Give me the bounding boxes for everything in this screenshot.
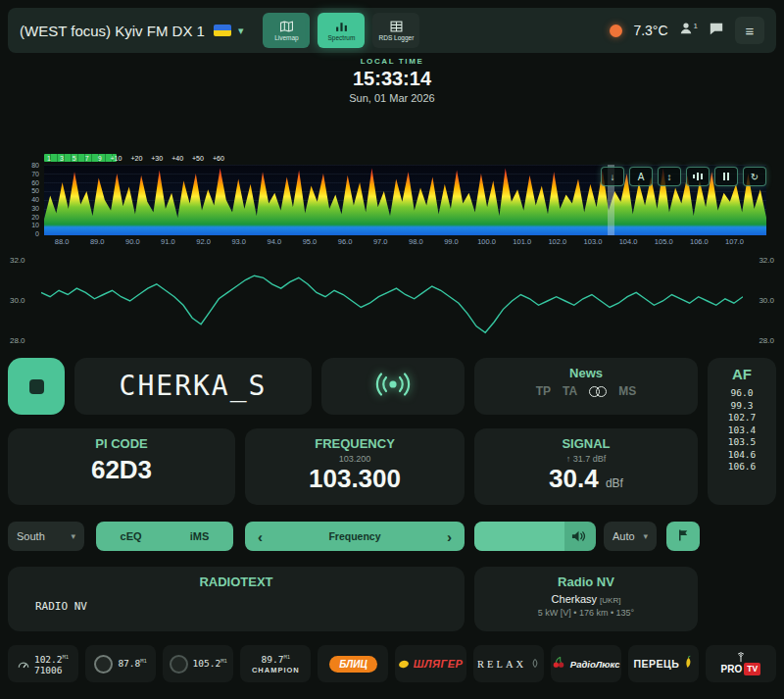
y-tick: 30 <box>10 205 39 212</box>
volume-slider[interactable] <box>474 522 596 551</box>
listeners-indicator[interactable]: 1 <box>679 22 698 39</box>
broadcast-icon <box>372 372 414 401</box>
af-label: AF <box>708 366 776 382</box>
y-tick: 60 <box>10 179 39 186</box>
af-list: 96.099.3102.7103.4103.5104.6106.6 <box>708 387 776 474</box>
chevron-down-icon: ▾ <box>71 531 75 541</box>
pi-code-value: 62D3 <box>8 455 235 485</box>
x-tick: 91.0 <box>157 237 178 246</box>
nav-spectrum-button[interactable]: Spectrum <box>318 13 365 48</box>
tp-flag: TP <box>536 384 551 398</box>
signal-value-row: 30.4 dBf <box>474 464 698 494</box>
af-item[interactable]: 104.6 <box>708 449 776 462</box>
refresh-button[interactable]: ↻ <box>743 167 766 186</box>
stereo-icon <box>589 386 607 397</box>
audio-stream-button[interactable] <box>321 358 465 415</box>
af-item[interactable]: 96.0 <box>708 387 776 400</box>
local-time-label: LOCAL TIME <box>0 57 784 66</box>
spectrum-icon <box>335 21 348 32</box>
preset-button-1[interactable]: 102.2M1 71006 <box>8 645 78 682</box>
pty-flags-panel: News TP TA MS <box>474 358 698 415</box>
preset-button-5[interactable]: БЛИЦ <box>318 645 388 682</box>
shlyager-logo: ШЛЯГЕР <box>414 658 464 670</box>
antenna-icon <box>736 652 746 663</box>
step-down-button[interactable]: ‹ <box>245 528 275 545</box>
x-tick: 93.0 <box>228 237 250 246</box>
scale-toggle-button[interactable]: ↕ <box>658 167 681 186</box>
scale-tick: 3 <box>60 155 64 162</box>
speaker-icon <box>571 529 586 545</box>
x-tick: 106.0 <box>688 237 710 246</box>
y-tick: 40 <box>10 196 39 203</box>
spectrum-top-scale: 13579+10+20+30+40+50+60 <box>47 152 224 165</box>
scale-tick: 7 <box>85 155 89 162</box>
af-item[interactable]: 103.4 <box>708 424 776 437</box>
autoscale-icon: A <box>638 172 645 182</box>
radiotext-value: RADIO NV <box>35 600 87 613</box>
preset-button-8[interactable]: РадіоЛюкс <box>551 645 621 682</box>
preset-button-3[interactable]: 105.2M1 <box>163 645 233 682</box>
top-bar: (WEST focus) Kyiv FM DX 1 ▾ Livemap Spec… <box>8 8 776 53</box>
ta-flag: TA <box>563 384 577 398</box>
autoscale-button[interactable]: A <box>629 167 653 186</box>
preset-button-9[interactable]: ПЕРЕЦЬ <box>628 645 699 682</box>
top-right-cluster: 7.3°C 1 ≡ <box>610 17 764 44</box>
pty-label: News <box>474 366 698 380</box>
lux-logo: РадіоЛюкс <box>570 659 620 670</box>
ims-button[interactable]: iMS <box>190 530 210 542</box>
step-up-button[interactable]: › <box>434 528 465 545</box>
server-title: (WEST focus) Kyiv FM DX 1 <box>20 23 205 39</box>
preset-button-10[interactable]: PRO TV <box>706 645 776 682</box>
af-item[interactable]: 102.7 <box>708 412 776 424</box>
antenna-select[interactable]: South ▾ <box>8 522 84 551</box>
gauge-icon <box>18 655 29 673</box>
signal-graph: 32.030.028.0 32.030.028.0 <box>8 255 776 347</box>
flag-button[interactable] <box>666 522 700 551</box>
mode-select[interactable]: Auto ▾ <box>604 522 657 551</box>
ps-panel: CHERKA_S <box>74 358 312 415</box>
af-item[interactable]: 106.6 <box>708 461 776 474</box>
scale-tick: 1 <box>47 155 51 162</box>
y-tick: 10 <box>10 222 39 228</box>
local-time-block: LOCAL TIME 15:33:14 Sun, 01 Mar 2026 <box>0 57 784 104</box>
download-button[interactable]: ↓ <box>601 167 624 186</box>
preset-button-7[interactable]: RELAX <box>473 645 544 682</box>
preset-bar: 102.2M1 71006 87.8M1 105.2M1 89.7M1 CHAM… <box>8 645 776 682</box>
mode-value: Auto <box>612 530 635 542</box>
eq-button[interactable]: cEQ <box>121 530 142 542</box>
af-panel: AF 96.099.3102.7103.4103.5104.6106.6 <box>708 358 776 505</box>
x-tick: 105.0 <box>653 237 674 246</box>
blitz-logo: БЛИЦ <box>329 656 377 673</box>
chat-icon[interactable] <box>709 22 724 40</box>
scale-tick: +30 <box>151 155 163 162</box>
x-tick: 94.0 <box>264 237 285 246</box>
y-tick: 70 <box>10 171 39 177</box>
relax-logo: RELAX <box>477 659 526 670</box>
af-item[interactable]: 99.3 <box>708 400 776 413</box>
pause-button[interactable] <box>714 167 738 186</box>
scale-tick: +20 <box>130 155 142 162</box>
station-logo-icon <box>94 655 113 674</box>
spectrum-analyzer: 13579+10+20+30+40+50+60 8070605040302010… <box>8 152 776 252</box>
nav-livemap-label: Livemap <box>274 34 299 41</box>
x-tick: 103.0 <box>582 237 604 246</box>
preset-button-4[interactable]: 89.7M1 CHAMPION <box>240 645 311 682</box>
x-tick: 102.0 <box>547 237 568 246</box>
x-tick: 89.0 <box>86 237 108 246</box>
nav-spectrum-label: Spectrum <box>328 34 356 41</box>
signal-y-right: 32.030.028.0 <box>749 255 774 347</box>
y-tick: 80 <box>10 162 39 169</box>
nav-livemap-button[interactable]: Livemap <box>263 13 310 48</box>
nav-rds-logger-button[interactable]: RDS Logger <box>372 13 419 48</box>
screenshot-button[interactable] <box>8 358 65 415</box>
preset-button-6[interactable]: ШЛЯГЕР <box>395 645 466 682</box>
menu-button[interactable]: ≡ <box>735 17 764 44</box>
af-item[interactable]: 103.5 <box>708 436 776 449</box>
scale-tick: +50 <box>192 155 204 162</box>
graph-style-button[interactable] <box>686 167 710 186</box>
x-tick: 96.0 <box>334 237 356 246</box>
preset-button-2[interactable]: 87.8M1 <box>85 645 156 682</box>
pi-code-panel: PI CODE 62D3 <box>8 428 235 505</box>
chevron-down-icon[interactable]: ▾ <box>238 25 244 37</box>
scale-tick: 5 <box>73 155 76 162</box>
